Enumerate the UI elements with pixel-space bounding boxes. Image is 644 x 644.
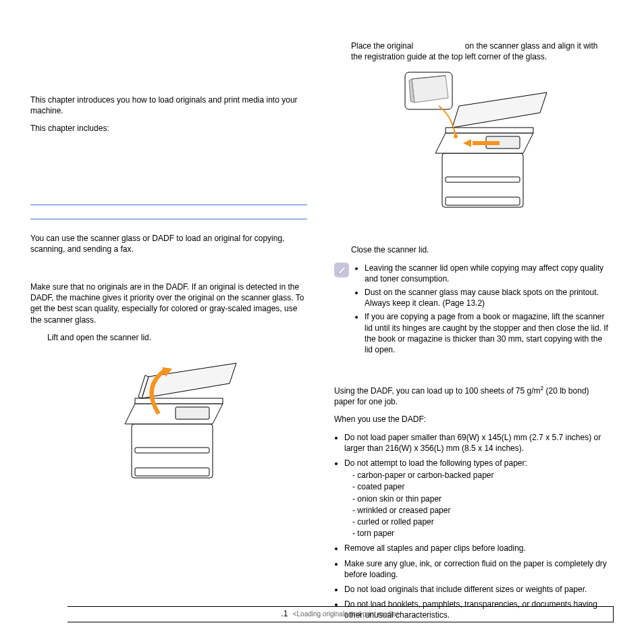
page-footer: .1 <Loading originals and print media> (68, 606, 614, 622)
bullet-item: Make sure any glue, ink, or correction f… (344, 558, 611, 580)
includes-para: This chapter includes: (30, 123, 307, 134)
section-rule-1 (30, 205, 307, 205)
section-rule-2 (30, 219, 307, 219)
sub-list: carbon-paper or carbon-backed paper coat… (344, 470, 611, 539)
sub-item: wrinkled or creased paper (352, 505, 611, 516)
sub-item: torn paper (352, 528, 611, 539)
when-use: When you use the DADF: (334, 414, 611, 425)
svg-marker-4 (135, 398, 223, 404)
sub-item: onion skin or thin paper (352, 493, 611, 504)
bullet-item: Do not load originals that include diffe… (344, 584, 611, 595)
bullet-item: Remove all staples and paper clips befor… (344, 543, 611, 554)
note-icon (334, 263, 349, 277)
svg-rect-1 (135, 468, 209, 476)
right-column: Place the original on the scanner glass … (334, 41, 611, 627)
intro-para: This chapter introduces you how to load … (30, 95, 307, 116)
svg-rect-7 (176, 407, 209, 419)
svg-rect-10 (446, 197, 520, 205)
bullet-item: Do not load paper smaller than 69(W) x 1… (344, 432, 611, 454)
dadf-intro: Using the DADF, you can load up to 100 s… (334, 385, 611, 407)
step-lift: Lift and open the scanner lid. (47, 332, 307, 343)
svg-marker-14 (452, 92, 547, 128)
svg-marker-18 (412, 76, 448, 103)
left-column: This chapter introduces you how to load … (30, 41, 307, 627)
close-lid: Close the scanner lid. (351, 244, 611, 255)
loading-text: You can use the scanner glass or DADF to… (30, 233, 307, 254)
page-number: .1 (281, 609, 288, 618)
note-item: Dust on the scanner glass may cause blac… (365, 287, 611, 308)
note-list: Leaving the scanner lid open while copyi… (354, 263, 611, 358)
svg-point-21 (454, 134, 458, 138)
svg-marker-13 (446, 128, 533, 133)
note-item: Leaving the scanner lid open while copyi… (365, 263, 611, 284)
sub-item: curled or rolled paper (352, 516, 611, 527)
svg-rect-2 (135, 448, 209, 453)
scanner-glass-para: Make sure that no originals are in the D… (30, 281, 307, 325)
chapter-label: <Loading originals and print media> (293, 610, 400, 618)
place-original: Place the original on the scanner glass … (351, 41, 611, 62)
printer-place-original-figure (392, 69, 554, 224)
svg-rect-11 (446, 177, 520, 182)
place-original-pre: Place the original (351, 41, 413, 51)
sub-item: carbon-paper or carbon-backed paper (352, 470, 611, 481)
sub-item: coated paper (352, 481, 611, 492)
note-item: If you are copying a page from a book or… (365, 311, 611, 355)
bullet-item: Do not attempt to load the following typ… (344, 458, 611, 539)
note-block: Leaving the scanner lid open while copyi… (334, 263, 611, 358)
printer-open-lid-figure (95, 350, 243, 498)
dadf-bullets: Do not load paper smaller than 69(W) x 1… (334, 432, 611, 621)
